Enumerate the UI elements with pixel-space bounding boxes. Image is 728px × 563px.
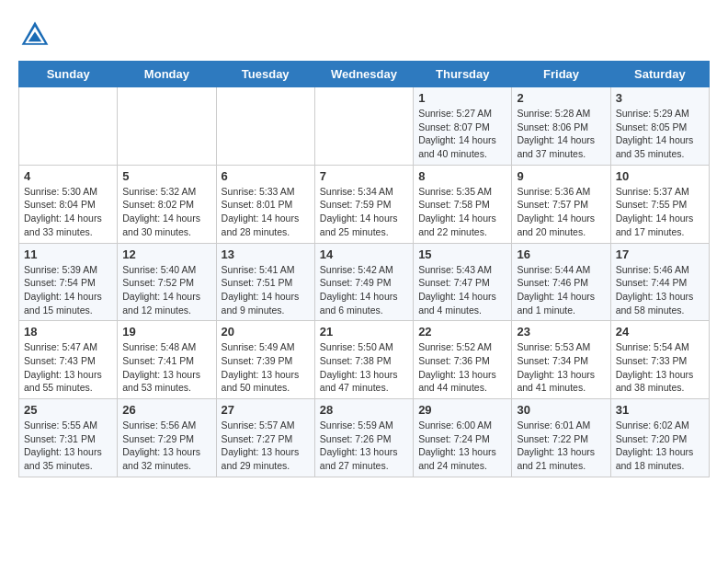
calendar-day-21: 21Sunrise: 5:50 AM Sunset: 7:38 PM Dayli… [314, 321, 413, 399]
calendar-empty-cell [19, 87, 118, 166]
calendar-week-row: 18Sunrise: 5:47 AM Sunset: 7:43 PM Dayli… [19, 321, 710, 399]
calendar-day-16: 16Sunrise: 5:44 AM Sunset: 7:46 PM Dayli… [512, 243, 610, 321]
day-number: 23 [517, 325, 605, 339]
day-number: 4 [24, 169, 112, 183]
day-info: Sunrise: 5:39 AM Sunset: 7:54 PM Dayligh… [24, 263, 112, 317]
calendar-week-row: 11Sunrise: 5:39 AM Sunset: 7:54 PM Dayli… [19, 243, 710, 321]
weekday-header-friday: Friday [512, 62, 610, 87]
calendar-empty-cell [118, 87, 216, 166]
day-number: 13 [222, 247, 310, 261]
calendar-day-6: 6Sunrise: 5:33 AM Sunset: 8:01 PM Daylig… [216, 165, 314, 243]
logo-icon [18, 18, 51, 52]
day-number: 11 [24, 247, 112, 261]
calendar-day-31: 31Sunrise: 6:02 AM Sunset: 7:20 PM Dayli… [610, 399, 709, 477]
page-header [18, 18, 710, 52]
calendar-day-1: 1Sunrise: 5:27 AM Sunset: 8:07 PM Daylig… [414, 87, 512, 166]
day-number: 25 [24, 403, 112, 417]
day-info: Sunrise: 5:44 AM Sunset: 7:46 PM Dayligh… [517, 263, 605, 317]
calendar-day-9: 9Sunrise: 5:36 AM Sunset: 7:57 PM Daylig… [512, 165, 610, 243]
day-info: Sunrise: 6:02 AM Sunset: 7:20 PM Dayligh… [616, 419, 704, 473]
weekday-header-monday: Monday [118, 62, 216, 87]
calendar-day-25: 25Sunrise: 5:55 AM Sunset: 7:31 PM Dayli… [19, 399, 118, 477]
calendar-week-row: 25Sunrise: 5:55 AM Sunset: 7:31 PM Dayli… [19, 399, 710, 477]
calendar-header-row: SundayMondayTuesdayWednesdayThursdayFrid… [19, 62, 710, 87]
day-number: 15 [418, 247, 506, 261]
day-number: 12 [122, 247, 210, 261]
calendar-day-23: 23Sunrise: 5:53 AM Sunset: 7:34 PM Dayli… [512, 321, 610, 399]
day-info: Sunrise: 5:46 AM Sunset: 7:44 PM Dayligh… [616, 263, 704, 317]
day-info: Sunrise: 5:52 AM Sunset: 7:36 PM Dayligh… [418, 340, 506, 395]
day-number: 27 [222, 403, 310, 417]
day-info: Sunrise: 5:48 AM Sunset: 7:41 PM Dayligh… [122, 340, 210, 395]
day-number: 24 [616, 325, 704, 339]
day-number: 7 [320, 169, 408, 183]
calendar-day-14: 14Sunrise: 5:42 AM Sunset: 7:49 PM Dayli… [314, 243, 413, 321]
day-info: Sunrise: 6:00 AM Sunset: 7:24 PM Dayligh… [418, 419, 506, 473]
day-number: 5 [122, 169, 210, 183]
calendar-day-18: 18Sunrise: 5:47 AM Sunset: 7:43 PM Dayli… [19, 321, 118, 399]
day-number: 9 [517, 169, 605, 183]
day-info: Sunrise: 5:55 AM Sunset: 7:31 PM Dayligh… [24, 419, 112, 473]
day-info: Sunrise: 5:29 AM Sunset: 8:05 PM Dayligh… [616, 107, 704, 161]
calendar-day-26: 26Sunrise: 5:56 AM Sunset: 7:29 PM Dayli… [118, 399, 216, 477]
day-number: 8 [418, 169, 506, 183]
day-info: Sunrise: 5:33 AM Sunset: 8:01 PM Dayligh… [222, 185, 310, 239]
day-number: 16 [517, 247, 605, 261]
day-number: 22 [418, 325, 506, 339]
calendar-day-12: 12Sunrise: 5:40 AM Sunset: 7:52 PM Dayli… [118, 243, 216, 321]
day-info: Sunrise: 5:37 AM Sunset: 7:55 PM Dayligh… [616, 185, 704, 239]
day-number: 3 [616, 91, 704, 105]
day-number: 21 [320, 325, 408, 339]
calendar-day-13: 13Sunrise: 5:41 AM Sunset: 7:51 PM Dayli… [216, 243, 314, 321]
weekday-header-tuesday: Tuesday [216, 62, 314, 87]
day-number: 14 [320, 247, 408, 261]
day-number: 20 [222, 325, 310, 339]
calendar-day-29: 29Sunrise: 6:00 AM Sunset: 7:24 PM Dayli… [414, 399, 512, 477]
day-info: Sunrise: 5:49 AM Sunset: 7:39 PM Dayligh… [222, 340, 310, 395]
day-info: Sunrise: 5:35 AM Sunset: 7:58 PM Dayligh… [418, 185, 506, 239]
day-info: Sunrise: 5:56 AM Sunset: 7:29 PM Dayligh… [122, 419, 210, 473]
calendar-table: SundayMondayTuesdayWednesdayThursdayFrid… [18, 61, 710, 477]
logo [18, 18, 57, 52]
day-number: 29 [418, 403, 506, 417]
day-info: Sunrise: 5:32 AM Sunset: 8:02 PM Dayligh… [122, 185, 210, 239]
day-number: 30 [517, 403, 605, 417]
calendar-day-30: 30Sunrise: 6:01 AM Sunset: 7:22 PM Dayli… [512, 399, 610, 477]
day-info: Sunrise: 5:57 AM Sunset: 7:27 PM Dayligh… [222, 419, 310, 473]
calendar-empty-cell [314, 87, 413, 166]
day-number: 2 [517, 91, 605, 105]
calendar-day-2: 2Sunrise: 5:28 AM Sunset: 8:06 PM Daylig… [512, 87, 610, 166]
calendar-day-17: 17Sunrise: 5:46 AM Sunset: 7:44 PM Dayli… [610, 243, 709, 321]
day-number: 6 [222, 169, 310, 183]
day-number: 28 [320, 403, 408, 417]
calendar-day-24: 24Sunrise: 5:54 AM Sunset: 7:33 PM Dayli… [610, 321, 709, 399]
day-info: Sunrise: 5:50 AM Sunset: 7:38 PM Dayligh… [320, 340, 408, 395]
weekday-header-wednesday: Wednesday [314, 62, 413, 87]
weekday-header-saturday: Saturday [610, 62, 709, 87]
calendar-day-4: 4Sunrise: 5:30 AM Sunset: 8:04 PM Daylig… [19, 165, 118, 243]
calendar-day-8: 8Sunrise: 5:35 AM Sunset: 7:58 PM Daylig… [414, 165, 512, 243]
day-info: Sunrise: 5:59 AM Sunset: 7:26 PM Dayligh… [320, 419, 408, 473]
day-info: Sunrise: 5:36 AM Sunset: 7:57 PM Dayligh… [517, 185, 605, 239]
calendar-day-19: 19Sunrise: 5:48 AM Sunset: 7:41 PM Dayli… [118, 321, 216, 399]
calendar-day-22: 22Sunrise: 5:52 AM Sunset: 7:36 PM Dayli… [414, 321, 512, 399]
day-info: Sunrise: 5:34 AM Sunset: 7:59 PM Dayligh… [320, 185, 408, 239]
day-info: Sunrise: 5:42 AM Sunset: 7:49 PM Dayligh… [320, 263, 408, 317]
calendar-day-20: 20Sunrise: 5:49 AM Sunset: 7:39 PM Dayli… [216, 321, 314, 399]
day-info: Sunrise: 5:28 AM Sunset: 8:06 PM Dayligh… [517, 107, 605, 161]
day-number: 18 [24, 325, 112, 339]
day-number: 1 [418, 91, 506, 105]
calendar-day-7: 7Sunrise: 5:34 AM Sunset: 7:59 PM Daylig… [314, 165, 413, 243]
weekday-header-thursday: Thursday [414, 62, 512, 87]
day-info: Sunrise: 5:47 AM Sunset: 7:43 PM Dayligh… [24, 340, 112, 395]
day-info: Sunrise: 6:01 AM Sunset: 7:22 PM Dayligh… [517, 419, 605, 473]
day-info: Sunrise: 5:54 AM Sunset: 7:33 PM Dayligh… [616, 340, 704, 395]
day-info: Sunrise: 5:40 AM Sunset: 7:52 PM Dayligh… [122, 263, 210, 317]
calendar-day-27: 27Sunrise: 5:57 AM Sunset: 7:27 PM Dayli… [216, 399, 314, 477]
day-number: 19 [122, 325, 210, 339]
calendar-day-5: 5Sunrise: 5:32 AM Sunset: 8:02 PM Daylig… [118, 165, 216, 243]
day-number: 26 [122, 403, 210, 417]
calendar-day-3: 3Sunrise: 5:29 AM Sunset: 8:05 PM Daylig… [610, 87, 709, 166]
day-info: Sunrise: 5:41 AM Sunset: 7:51 PM Dayligh… [222, 263, 310, 317]
calendar-day-15: 15Sunrise: 5:43 AM Sunset: 7:47 PM Dayli… [414, 243, 512, 321]
